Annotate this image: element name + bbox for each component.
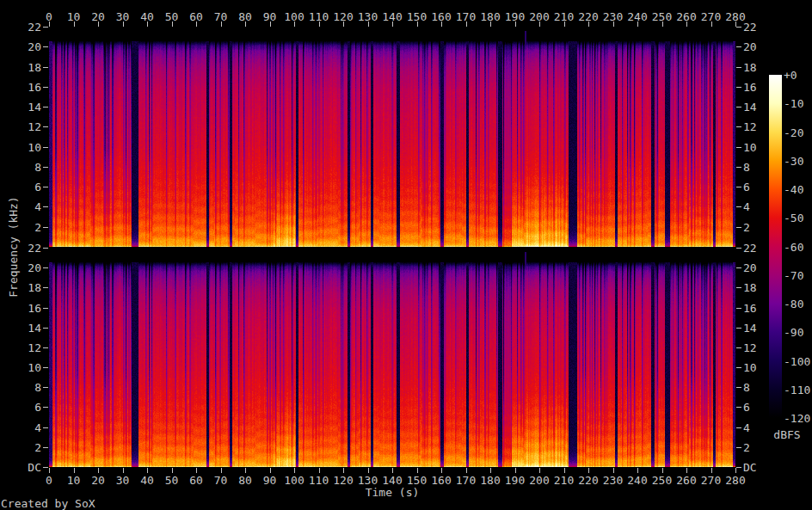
freq-tick-label: 10 [10, 142, 41, 153]
time-tick [147, 468, 148, 473]
freq-tick [736, 387, 741, 388]
time-tick [613, 468, 614, 473]
colorbar-tick-label: -120 [784, 413, 812, 424]
freq-tick [43, 27, 48, 28]
freq-tick [43, 87, 48, 88]
freq-tick-label: 14 [10, 101, 41, 113]
colorbar-tick-label: -40 [784, 184, 812, 195]
freq-tick [43, 107, 48, 108]
freq-tick [736, 126, 741, 127]
time-tick [294, 468, 295, 473]
freq-tick-label: 12 [10, 121, 41, 132]
time-tick [711, 468, 712, 473]
time-tick [123, 468, 124, 473]
freq-tick-label: 18 [10, 62, 41, 73]
freq-tick [736, 27, 741, 28]
freq-tick [736, 67, 741, 68]
freq-tick [736, 447, 741, 448]
freq-tick [736, 87, 741, 88]
time-tick [515, 468, 516, 473]
freq-tick [43, 447, 48, 448]
time-tick [588, 468, 589, 473]
time-tick [466, 468, 467, 473]
freq-tick-label: 20 [10, 41, 41, 52]
time-tick [319, 468, 320, 473]
freq-tick [43, 467, 48, 468]
freq-tick-label: 8 [10, 382, 41, 393]
freq-tick-label: 16 [10, 82, 41, 93]
colorbar-tick-label: -20 [784, 127, 812, 138]
colorbar-gradient [769, 75, 782, 418]
freq-tick-label: 20 [743, 41, 781, 52]
time-tick [686, 468, 687, 473]
freq-tick [736, 287, 741, 288]
time-tick-label: 280 [717, 475, 754, 486]
freq-tick-label: 22 [10, 243, 41, 254]
freq-tick-label: 22 [743, 22, 781, 33]
freq-tick [736, 347, 741, 348]
freq-tick-label: 6 [10, 402, 41, 413]
freq-tick [43, 147, 48, 148]
freq-tick [736, 367, 741, 368]
freq-tick-label: 6 [10, 181, 41, 193]
colorbar-unit-label: dBFS [768, 429, 806, 440]
freq-tick [43, 227, 48, 228]
freq-tick [43, 167, 48, 168]
time-tick [343, 468, 344, 473]
freq-tick [43, 206, 48, 207]
freq-tick [43, 187, 48, 187]
freq-tick [43, 308, 48, 309]
creator-credit: Created by SoX [1, 498, 95, 509]
freq-tick [736, 467, 741, 468]
freq-tick [736, 308, 741, 309]
freq-tick-label: 2 [743, 442, 781, 453]
freq-tick [43, 407, 48, 408]
freq-tick [736, 328, 741, 329]
time-tick [735, 468, 736, 473]
freq-tick [43, 427, 48, 428]
time-axis-title: Time (s) [49, 487, 735, 498]
freq-tick [43, 367, 48, 368]
time-tick [564, 468, 565, 473]
colorbar-tick-label: -50 [784, 212, 812, 224]
time-tick [196, 468, 197, 473]
freq-tick [736, 427, 741, 428]
freq-tick-label: 2 [10, 442, 41, 453]
time-tick [539, 468, 540, 473]
freq-tick [43, 46, 48, 47]
freq-tick-label: 14 [10, 323, 41, 334]
freq-tick [43, 387, 48, 388]
time-tick [49, 468, 50, 473]
freq-tick [43, 67, 48, 68]
freq-tick-label: 10 [10, 362, 41, 373]
time-tick [368, 468, 369, 473]
freq-dc-label: DC [743, 462, 781, 473]
freq-tick [736, 187, 741, 187]
time-tick [637, 468, 638, 473]
freq-tick [43, 328, 48, 329]
freq-tick-label: 16 [10, 303, 41, 314]
colorbar-tick-label: -100 [784, 356, 812, 367]
time-tick [490, 468, 491, 473]
freq-tick-label: 20 [10, 262, 41, 273]
time-tick [417, 468, 418, 473]
freq-tick-label: 18 [10, 282, 41, 293]
freq-tick [736, 248, 741, 249]
freq-tick [43, 248, 48, 249]
freq-tick-label: 18 [743, 62, 781, 73]
colorbar-tick-label: -110 [784, 384, 812, 396]
time-tick [172, 468, 173, 473]
freq-dc-label: DC [10, 462, 41, 473]
colorbar-tick-label: -80 [784, 298, 812, 310]
freq-tick [43, 347, 48, 348]
freq-tick [43, 126, 48, 127]
freq-tick [736, 46, 741, 47]
time-tick [270, 468, 271, 473]
time-tick [74, 468, 75, 473]
freq-tick-label: 2 [10, 222, 41, 233]
freq-tick-label: 4 [10, 422, 41, 433]
freq-tick [736, 107, 741, 108]
freq-tick [43, 267, 48, 268]
freq-tick [43, 287, 48, 288]
freq-tick [736, 407, 741, 408]
